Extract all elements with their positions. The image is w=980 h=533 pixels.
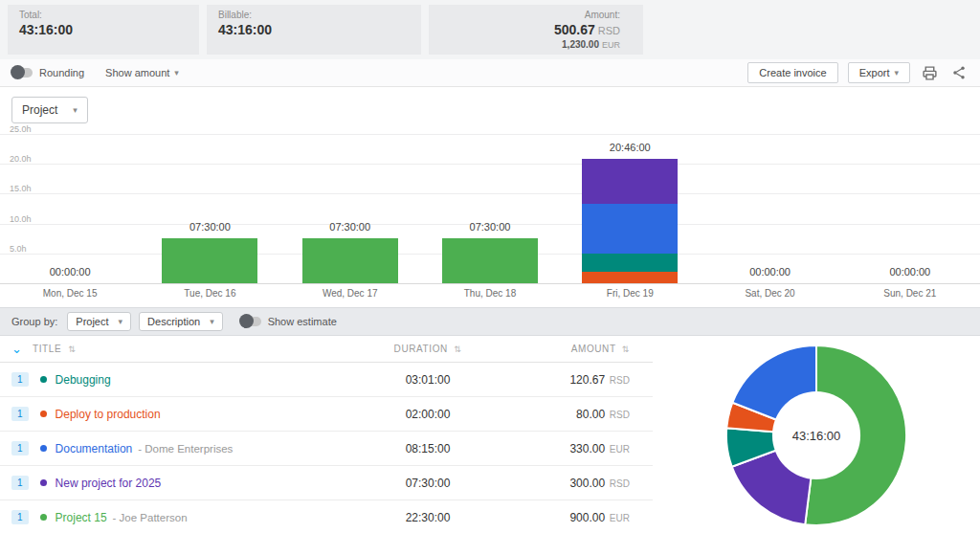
share-icon[interactable] (949, 63, 969, 82)
row-title[interactable]: Project 15 (56, 511, 107, 524)
row-amount: 330.00 EUR (509, 442, 653, 455)
select-all-chevron-icon[interactable]: ⌄ (11, 344, 33, 354)
table-row[interactable]: 1 Documentation - Dome Enterprises 08:15… (0, 432, 653, 466)
project-filter-select[interactable]: Project ▾ (11, 97, 88, 123)
rounding-toggle[interactable]: Rounding (11, 67, 84, 78)
table-row[interactable]: 1 Deploy to production 02:00:00 80.00 RS… (0, 397, 653, 432)
export-label: Export (859, 67, 890, 78)
row-amount-number: 330.00 (569, 442, 605, 455)
row-amount-currency: EUR (607, 513, 630, 523)
amount-value: 500.67RSD (440, 22, 620, 37)
chevron-down-icon: ▾ (894, 68, 899, 78)
toggle-knob[interactable] (239, 314, 254, 328)
row-title[interactable]: Documentation (56, 442, 133, 455)
x-axis-label: Wed, Dec 17 (280, 288, 420, 299)
create-invoice-button[interactable]: Create invoice (747, 62, 837, 83)
row-count-badge: 1 (11, 441, 29, 455)
row-amount-number: 120.67 (569, 373, 605, 387)
show-estimate-toggle[interactable]: Show estimate (240, 316, 337, 327)
table-row[interactable]: 1 New project for 2025 07:30:00 300.00 R… (0, 466, 653, 500)
bar-column[interactable]: 07:30:00 (280, 135, 420, 284)
chevron-down-icon: ▾ (174, 68, 179, 78)
bar-chart-plot: 5.0h10.0h15.0h20.0h25.0h00:00:0007:30:00… (0, 135, 980, 284)
toggle-knob[interactable] (11, 65, 25, 79)
project-color-dot (40, 411, 47, 417)
bar-column[interactable]: 07:30:00 (420, 135, 560, 284)
project-color-dot (40, 479, 47, 486)
total-card: Total: 43:16:00 (8, 5, 199, 55)
bar-column[interactable]: 00:00:00 (840, 135, 980, 284)
table-row[interactable]: 1 Project 15 - Joe Patterson 22:30:00 90… (0, 500, 653, 533)
amount-card: Amount: 500.67RSD 1,230.00EUR (429, 5, 643, 55)
results-section: ⌄ TITLE ⇅ DURATION ⇅ AMOUNT ⇅ 1 Debuggin… (0, 336, 980, 533)
row-duration: 22:30:00 (346, 511, 509, 524)
row-duration: 07:30:00 (346, 477, 509, 490)
bar-segment[interactable] (582, 204, 678, 253)
sort-icon[interactable]: ⇅ (622, 344, 630, 354)
row-amount: 80.00 RSD (509, 408, 653, 421)
row-count-badge: 1 (11, 476, 29, 490)
row-amount-number: 900.00 (569, 511, 605, 524)
amount-header-label: AMOUNT (571, 344, 616, 354)
sort-icon[interactable]: ⇅ (454, 344, 461, 354)
bar-segment[interactable] (582, 254, 678, 272)
x-axis-labels: Mon, Dec 15Tue, Dec 16Wed, Dec 17Thu, De… (0, 288, 980, 299)
group-by-bar: Group by: Project ▾ Description ▾ Show e… (0, 307, 980, 336)
chevron-down-icon: ▾ (119, 317, 123, 326)
x-axis-label: Sat, Dec 20 (700, 288, 839, 299)
table-row[interactable]: 1 Debugging 03:01:00 120.67 RSD (0, 363, 653, 397)
print-icon[interactable] (920, 63, 940, 83)
bar-segment[interactable] (582, 272, 678, 283)
column-header-amount[interactable]: AMOUNT ⇅ (509, 344, 653, 354)
row-count-badge: 1 (11, 372, 29, 387)
bar-column[interactable]: 20:46:00 (560, 135, 700, 284)
x-axis-label: Sun, Dec 21 (840, 288, 980, 299)
bar-segment[interactable] (162, 238, 257, 283)
x-axis-label: Thu, Dec 18 (420, 288, 560, 299)
group-by-description-select[interactable]: Description ▾ (139, 312, 223, 331)
project-color-dot (40, 514, 47, 521)
table-header-row: ⌄ TITLE ⇅ DURATION ⇅ AMOUNT ⇅ (0, 336, 653, 363)
export-button[interactable]: Export ▾ (848, 62, 910, 83)
bar-column[interactable]: 00:00:00 (0, 135, 140, 284)
project-color-dot (40, 376, 47, 383)
row-amount-number: 80.00 (576, 408, 605, 421)
amount-secondary: 1,230.00EUR (440, 39, 620, 50)
row-title[interactable]: Deploy to production (56, 408, 161, 421)
show-amount-label: Show amount (105, 67, 169, 78)
amount-secondary-currency: EUR (602, 40, 620, 50)
bar-column[interactable]: 07:30:00 (140, 135, 279, 284)
bar-value-label: 00:00:00 (840, 266, 980, 278)
bar-segment[interactable] (442, 238, 538, 283)
toggle-track[interactable] (240, 317, 261, 326)
group-by-project-select[interactable]: Project ▾ (67, 312, 131, 331)
row-amount-currency: RSD (607, 375, 630, 386)
toggle-track[interactable] (11, 68, 33, 78)
rounding-label: Rounding (39, 67, 84, 78)
report-toolbar: Rounding Show amount ▾ Create invoice Ex… (0, 59, 980, 87)
row-count-badge: 1 (11, 407, 29, 421)
toolbar-right: Create invoice Export ▾ (747, 62, 969, 83)
project-filter-label: Project (22, 103, 57, 117)
total-value: 43:16:00 (19, 22, 188, 37)
show-amount-dropdown[interactable]: Show amount ▾ (105, 67, 179, 78)
x-axis-label: Tue, Dec 16 (140, 288, 279, 299)
x-axis-label: Mon, Dec 15 (0, 288, 140, 299)
sort-icon[interactable]: ⇅ (68, 344, 76, 354)
amount-number: 500.67 (554, 22, 595, 37)
results-table: ⌄ TITLE ⇅ DURATION ⇅ AMOUNT ⇅ 1 Debuggin… (0, 336, 653, 533)
project-color-dot (40, 445, 47, 452)
row-title[interactable]: Debugging (56, 373, 111, 387)
total-label: Total: (19, 10, 188, 20)
column-header-duration[interactable]: DURATION ⇅ (346, 344, 509, 354)
bar-column[interactable]: 00:00:00 (700, 135, 839, 284)
bar-segment[interactable] (582, 159, 678, 204)
column-header-title[interactable]: TITLE ⇅ (33, 344, 346, 354)
bar-segment[interactable] (302, 238, 398, 283)
chevron-down-icon: ▾ (73, 105, 78, 115)
group-by-label: Group by: (11, 316, 57, 327)
row-duration: 03:01:00 (346, 373, 509, 387)
bar-value-label: 07:30:00 (280, 221, 420, 233)
donut-chart: 43:16:00 (653, 336, 980, 533)
row-title[interactable]: New project for 2025 (56, 477, 162, 490)
